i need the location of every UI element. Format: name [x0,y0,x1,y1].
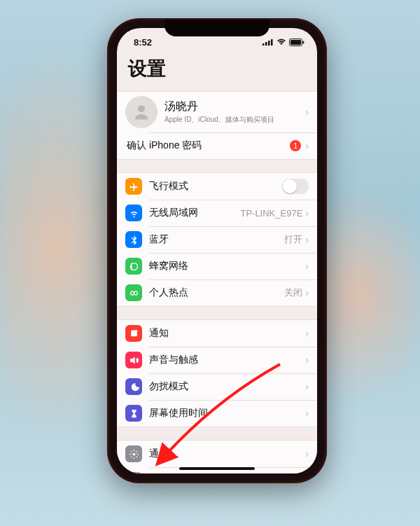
profile-group: 汤晓丹 Apple ID、iCloud、媒体与购买项目 › 确认 iPhone … [117,91,317,160]
bluetooth-value: 打开 [284,233,302,246]
hotspot-icon [125,284,142,301]
airplane-mode-row[interactable]: 飞行模式 [117,173,317,200]
wifi-label: 无线局域网 [149,207,240,219]
network-group: 飞行模式 无线局域网 TP-LINK_E97E › 蓝牙 打开 › [117,172,317,307]
chevron-right-icon: › [305,140,309,151]
svg-point-7 [138,105,145,112]
chevron-right-icon: › [305,287,309,298]
dnd-label: 勿扰模式 [149,380,305,393]
svg-rect-2 [268,41,270,46]
bluetooth-icon [125,231,142,248]
battery-icon [289,39,304,46]
page-title: 设置 [117,52,317,91]
wifi-row[interactable]: 无线局域网 TP-LINK_E97E › [117,200,317,226]
svg-rect-5 [290,40,301,45]
cellular-label: 蜂窝网络 [149,260,305,272]
chevron-right-icon: › [305,106,309,118]
cellular-icon [125,258,142,275]
airplane-label: 飞行模式 [149,180,282,193]
chevron-right-icon: › [305,448,309,459]
dnd-row[interactable]: 勿扰模式 › [117,373,317,400]
chevron-right-icon: › [305,261,309,272]
sounds-icon [125,352,142,368]
screentime-row[interactable]: 屏幕使用时间 › [117,400,317,427]
status-time: 8:52 [134,37,152,48]
general-icon [125,445,142,462]
alerts-group: 通知 › 声音与触感 › 勿扰模式 › 屏幕使用时间 › [117,319,317,427]
notch [164,20,270,36]
home-indicator[interactable] [179,467,255,470]
hotspot-label: 个人热点 [149,286,284,299]
svg-point-12 [134,329,137,332]
svg-point-10 [134,291,137,295]
chevron-right-icon: › [305,354,309,366]
profile-subtitle: Apple ID、iCloud、媒体与购买项目 [164,115,305,125]
notifications-icon [125,325,142,342]
sounds-row[interactable]: 声音与触感 › [117,347,317,373]
svg-rect-0 [262,43,265,46]
hotspot-value: 关闭 [284,286,302,299]
notifications-row[interactable]: 通知 › [117,320,317,347]
svg-point-9 [130,291,134,295]
airplane-icon [125,178,142,195]
profile-name: 汤晓丹 [164,99,305,114]
svg-rect-6 [303,41,304,43]
wifi-icon [276,39,286,46]
svg-point-8 [130,265,132,267]
badge: 1 [290,140,301,151]
chevron-right-icon: › [305,328,309,339]
confirm-label: 确认 iPhone 密码 [127,139,290,152]
screentime-icon [125,405,142,422]
avatar [125,96,158,128]
wifi-value: TP-LINK_E97E [240,208,302,219]
chevron-right-icon: › [305,207,309,219]
chevron-right-icon: › [305,408,309,419]
svg-rect-3 [271,39,273,46]
confirm-password-row[interactable]: 确认 iPhone 密码 1 › [117,132,317,159]
phone-frame: 8:52 设置 汤晓丹 Apple ID、iCloud、媒体与购买项目 [108,20,326,482]
profile-row[interactable]: 汤晓丹 Apple ID、iCloud、媒体与购买项目 › [117,92,317,132]
svg-rect-1 [265,42,267,46]
airplane-toggle[interactable] [282,179,309,194]
bluetooth-row[interactable]: 蓝牙 打开 › [117,226,317,253]
notifications-label: 通知 [149,327,305,340]
screentime-label: 屏幕使用时间 [149,407,305,420]
signal-icon [262,39,274,46]
general-row[interactable]: 通用 › [117,441,317,467]
hotspot-row[interactable]: 个人热点 关闭 › [117,279,317,306]
wifi-icon [125,205,142,221]
chevron-right-icon: › [305,234,309,245]
control-center-icon [125,472,142,473]
dnd-icon [125,378,142,395]
cellular-row[interactable]: 蜂窝网络 › [117,253,317,279]
chevron-right-icon: › [305,381,309,392]
bluetooth-label: 蓝牙 [149,233,284,246]
status-indicators [262,39,304,46]
screen: 8:52 设置 汤晓丹 Apple ID、iCloud、媒体与购买项目 [117,28,317,473]
svg-point-13 [132,452,135,455]
sounds-label: 声音与触感 [149,354,305,366]
general-label: 通用 [149,448,305,460]
